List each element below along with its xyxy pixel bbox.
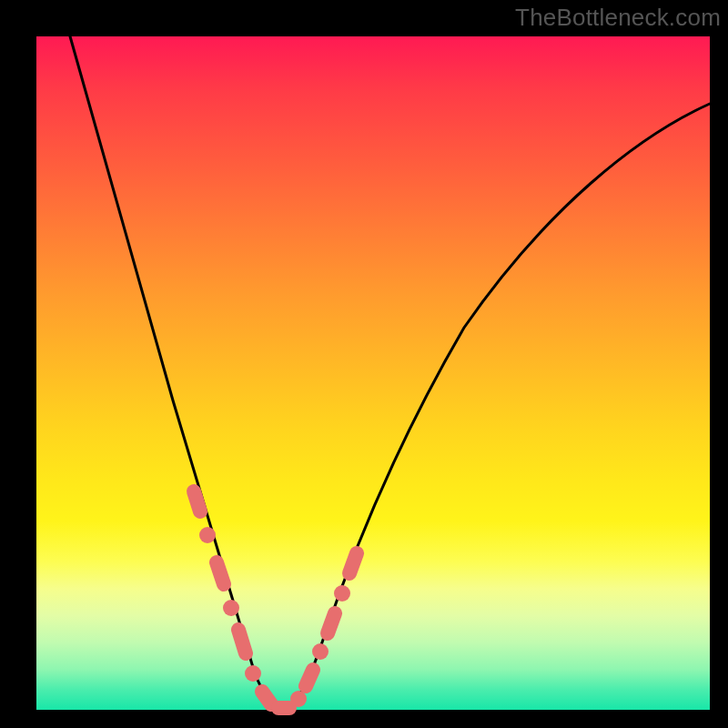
svg-point-4	[312, 643, 329, 660]
highlight-dots	[194, 491, 357, 708]
watermark-text: TheBottleneck.com	[515, 4, 721, 32]
svg-point-0	[199, 527, 216, 543]
plot-area	[36, 36, 710, 710]
svg-point-2	[245, 665, 261, 682]
svg-point-5	[334, 585, 350, 602]
bottleneck-curve-svg	[36, 36, 710, 710]
bottleneck-curve	[70, 36, 710, 708]
svg-point-1	[223, 600, 239, 616]
chart-frame: TheBottleneck.com	[0, 0, 728, 728]
